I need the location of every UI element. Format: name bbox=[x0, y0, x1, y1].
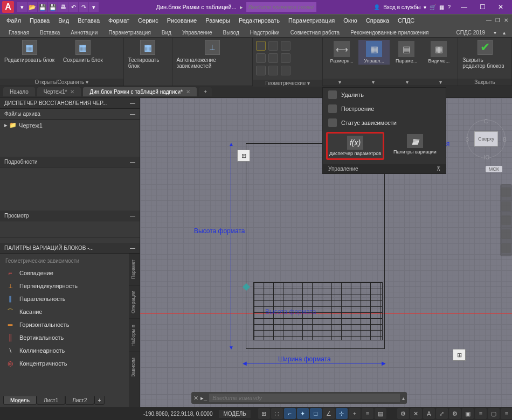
sb-dyn-icon[interactable]: + bbox=[349, 408, 361, 419]
menu-format[interactable]: Формат bbox=[104, 16, 134, 25]
geo-icon[interactable] bbox=[281, 53, 290, 63]
rtab-addins[interactable]: Надстройки bbox=[245, 28, 285, 37]
help-icon[interactable]: ? bbox=[447, 4, 451, 10]
sb-lwt-icon[interactable]: ≡ bbox=[362, 408, 373, 419]
sb-polar-icon[interactable]: ✦ bbox=[297, 408, 309, 419]
rtab-view[interactable]: Вид bbox=[156, 28, 177, 37]
constraint-collinear[interactable]: ∖Коллинеарность bbox=[2, 346, 127, 355]
geo-icon[interactable] bbox=[268, 53, 278, 63]
qat-more-icon[interactable]: ▾ bbox=[89, 2, 99, 12]
variation-palette-button[interactable]: ▦Палитры вариации bbox=[388, 132, 442, 160]
nav-zoom-icon[interactable] bbox=[501, 215, 511, 225]
sb-clean-icon[interactable]: ▢ bbox=[488, 408, 500, 419]
sb-custom-icon[interactable]: ≡ bbox=[501, 408, 512, 419]
edit-block-button[interactable]: ▦Редактировать блок bbox=[0, 38, 59, 65]
constraint-perpendicular[interactable]: ⟂Перпендикулярность bbox=[2, 281, 127, 291]
geo-icon[interactable] bbox=[281, 41, 290, 51]
cmdline-close-icon[interactable]: ✕ bbox=[193, 395, 198, 402]
tab-new[interactable]: + bbox=[199, 87, 212, 96]
menu-spds[interactable]: СПДС bbox=[393, 16, 419, 25]
dd-delete[interactable]: Удалить bbox=[323, 88, 446, 102]
view-cube[interactable]: С В Ю З Сверху bbox=[467, 120, 506, 158]
command-line[interactable]: ✕ ▸_ ▴ bbox=[191, 392, 407, 404]
sb-ang-icon[interactable]: ∠ bbox=[323, 408, 335, 419]
vis-panel-button[interactable]: ▦Видимо... bbox=[423, 40, 454, 65]
param-panel-button[interactable]: ▤Параме... bbox=[391, 40, 422, 65]
constraint-coincidence[interactable]: ⌐Совпадение bbox=[2, 268, 127, 278]
dim-panel-button[interactable]: ⟷Размерн... bbox=[326, 40, 357, 65]
tab-close-icon[interactable]: ✕ bbox=[186, 89, 190, 95]
param-manager-button[interactable]: f(x)Диспетчер параметров bbox=[326, 132, 384, 160]
side-tab-param[interactable]: Парамет bbox=[129, 254, 140, 285]
command-input[interactable] bbox=[209, 394, 400, 402]
cart-icon[interactable]: 🛒 bbox=[430, 4, 436, 10]
rtab-manage[interactable]: Управление bbox=[177, 28, 218, 37]
menu-dim[interactable]: Размеры bbox=[201, 16, 234, 25]
sb-perf-icon[interactable]: ⚙ bbox=[397, 408, 409, 419]
archive-file-row[interactable]: ▸ 📁Чертеж1 bbox=[4, 122, 135, 129]
rtab-home[interactable]: Главная bbox=[3, 28, 34, 37]
qat-plot-icon[interactable]: 🖶 bbox=[58, 2, 68, 12]
nav-wheel-icon[interactable] bbox=[501, 187, 511, 197]
qat-open-icon[interactable]: 📂 bbox=[27, 2, 37, 12]
tab-add-sheet[interactable]: + bbox=[94, 396, 105, 405]
side-tab-sets[interactable]: Наборы п bbox=[129, 319, 140, 352]
preview-header[interactable]: Просмотр— bbox=[0, 211, 140, 221]
manage-panel-button[interactable]: ▦Управл... bbox=[358, 40, 390, 65]
space-indicator[interactable]: МОДЕЛЬ bbox=[219, 410, 250, 418]
sb-scale-icon[interactable]: ⤢ bbox=[436, 408, 448, 419]
constraint-tangent[interactable]: ⌒Касание bbox=[2, 307, 127, 317]
rtab-output[interactable]: Вывод bbox=[218, 28, 245, 37]
dd-build[interactable]: Построение bbox=[323, 102, 446, 116]
rtab-param[interactable]: Параметризация bbox=[103, 28, 156, 37]
minimize-button[interactable]: — bbox=[455, 0, 473, 14]
wcs-label[interactable]: МСК bbox=[486, 166, 502, 172]
menu-help[interactable]: Справка bbox=[362, 16, 393, 25]
drawing-canvas[interactable]: ▲ ▼ Высота формата ◀ ▶ Ширина формата Вы… bbox=[140, 98, 512, 407]
rtab-spds[interactable]: СПДС 2019 bbox=[451, 28, 490, 37]
doc-restore-icon[interactable]: ❐ bbox=[494, 17, 501, 24]
menu-window[interactable]: Окно bbox=[339, 16, 362, 25]
constraint-concentric[interactable]: ◎Концентричность bbox=[2, 359, 127, 368]
menu-draw[interactable]: Рисование bbox=[163, 16, 201, 25]
tab-close-icon[interactable]: ✕ bbox=[70, 89, 74, 95]
sb-iso-icon[interactable]: ✕ bbox=[410, 408, 422, 419]
sb-grid-icon[interactable]: ⊞ bbox=[258, 408, 270, 419]
menu-view[interactable]: Вид bbox=[54, 16, 73, 25]
sb-units-icon[interactable]: ≡ bbox=[475, 408, 487, 419]
constraint-horizontal[interactable]: ═Горизонтальность bbox=[2, 320, 127, 330]
archive-header[interactable]: Файлы архива— bbox=[0, 109, 140, 120]
menu-insert[interactable]: Вставка bbox=[73, 16, 104, 25]
menu-tools[interactable]: Сервис bbox=[134, 16, 163, 25]
lookup-grip[interactable]: ⊞ bbox=[237, 150, 250, 162]
app-switcher-icon[interactable]: ▦ bbox=[439, 4, 444, 10]
rtab-annot[interactable]: Аннотации bbox=[65, 28, 103, 37]
cmdline-history-icon[interactable]: ▴ bbox=[402, 395, 405, 401]
geo-icon[interactable] bbox=[268, 41, 278, 51]
nav-orbit-icon[interactable] bbox=[501, 229, 511, 239]
qat-saveas-icon[interactable]: 💾 bbox=[48, 2, 58, 12]
sb-osnap-icon[interactable]: □ bbox=[310, 408, 322, 419]
qat-redo-icon[interactable]: ↷ bbox=[79, 2, 88, 12]
tab-sheet1[interactable]: Лист1 bbox=[37, 396, 65, 405]
side-tab-actions[interactable]: Операции bbox=[129, 285, 140, 319]
menu-edit[interactable]: Правка bbox=[25, 16, 54, 25]
details-header[interactable]: Подробности— bbox=[0, 157, 140, 167]
tab-sheet2[interactable]: Лист2 bbox=[65, 396, 94, 405]
tab-model[interactable]: Модель bbox=[3, 396, 37, 405]
save-block-button[interactable]: ▦Сохранить блок bbox=[59, 38, 107, 65]
tab-drawing1[interactable]: Чертеж1*✕ bbox=[37, 87, 81, 96]
app-logo[interactable]: A bbox=[2, 1, 14, 13]
rtab-featured[interactable]: Рекомендованные приложения bbox=[345, 28, 434, 37]
rtab-min-icon[interactable]: ▴ bbox=[500, 28, 509, 37]
signin-label[interactable]: Вход в службы bbox=[383, 4, 420, 10]
qat-undo-icon[interactable]: ↶ bbox=[68, 2, 78, 12]
pin-icon[interactable]: ⊼ bbox=[437, 166, 440, 172]
geo-icon[interactable] bbox=[256, 66, 266, 75]
title-search-input[interactable] bbox=[246, 2, 316, 12]
cube-face-top[interactable]: Сверху bbox=[474, 131, 498, 146]
nav-show-icon[interactable] bbox=[501, 243, 511, 253]
geo-icon[interactable] bbox=[281, 66, 290, 75]
close-editor-button[interactable]: ✔Закрыть редактор блоков bbox=[458, 38, 511, 71]
rtab-collab[interactable]: Совместная работа bbox=[285, 28, 345, 37]
